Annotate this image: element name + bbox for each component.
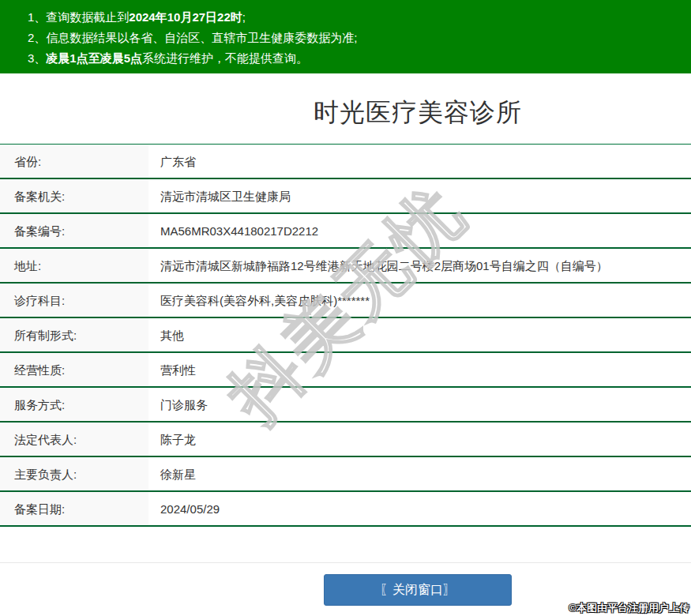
page-container: 1、查询数据截止到2024年10月27日22时; 2、信息数据结果以各省、自治区… (0, 0, 691, 606)
field-value-business-nature: 营利性 (148, 353, 691, 386)
table-row: 备案编号: MA56MR03X44180217D2212 (0, 214, 691, 249)
notice-banner: 1、查询数据截止到2024年10月27日22时; 2、信息数据结果以各省、自治区… (0, 0, 691, 73)
notice-line-1: 1、查询数据截止到2024年10月27日22时; (28, 7, 691, 28)
field-value-legal-representative: 陈子龙 (148, 423, 691, 456)
field-value-principal: 徐新星 (148, 457, 691, 490)
table-row: 服务方式: 门诊服务 (0, 388, 691, 423)
table-row: 经营性质: 营利性 (0, 353, 691, 388)
table-row: 法定代表人: 陈子龙 (0, 423, 691, 457)
field-value-province: 广东省 (148, 145, 691, 178)
footer-divider (0, 562, 691, 563)
field-label-principal: 主要负责人: (0, 457, 148, 490)
field-label-legal-representative: 法定代表人: (0, 423, 148, 456)
field-label-treatment-subjects: 诊疗科目: (0, 284, 148, 317)
corner-copyright-watermark: ©本图由平台注册用户上传 (569, 601, 689, 615)
notice-bold-text: 2024年10月27日22时 (129, 10, 242, 24)
field-value-treatment-subjects: 医疗美容科(美容外科,美容皮肤科)******* (148, 284, 691, 317)
field-label-ownership-form: 所有制形式: (0, 318, 148, 351)
notice-text: 1、查询数据截止到 (28, 10, 129, 24)
field-value-filing-authority: 清远市清城区卫生健康局 (148, 179, 691, 212)
record-table: 省份: 广东省 备案机关: 清远市清城区卫生健康局 备案编号: MA56MR03… (0, 144, 691, 527)
field-value-service-mode: 门诊服务 (148, 388, 691, 421)
notice-line-2: 2、信息数据结果以各省、自治区、直辖市卫生健康委数据为准; (28, 28, 691, 48)
field-label-filing-number: 备案编号: (0, 214, 148, 247)
field-label-filing-authority: 备案机关: (0, 179, 148, 212)
notice-line-3: 3、凌晨1点至凌晨5点系统进行维护，不能提供查询。 (28, 48, 691, 69)
notice-bold-text: 凌晨1点至凌晨5点 (46, 51, 142, 65)
field-label-address: 地址: (0, 249, 148, 282)
field-value-address: 清远市清城区新城静福路12号维港新天地花园二号楼2层商场01号自编之四（自编号） (148, 249, 691, 282)
field-value-ownership-form: 其他 (148, 318, 691, 351)
field-value-filing-date: 2024/05/29 (148, 492, 691, 525)
field-label-service-mode: 服务方式: (0, 388, 148, 421)
table-row: 所有制形式: 其他 (0, 318, 691, 353)
notice-text: 2、信息数据结果以各省、自治区、直辖市卫生健康委数据为准; (28, 31, 358, 44)
field-value-filing-number: MA56MR03X44180217D2212 (148, 214, 691, 247)
page-title: 时光医疗美容诊所 (0, 96, 691, 129)
notice-text: 3、 (28, 51, 46, 65)
field-label-province: 省份: (0, 145, 148, 178)
field-label-business-nature: 经营性质: (0, 353, 148, 386)
table-row: 主要负责人: 徐新星 (0, 457, 691, 492)
close-window-button[interactable]: 〖关闭窗口〗 (324, 574, 512, 606)
table-row: 备案日期: 2024/05/29 (0, 492, 691, 527)
table-row: 地址: 清远市清城区新城静福路12号维港新天地花园二号楼2层商场01号自编之四（… (0, 249, 691, 284)
notice-text: ; (242, 10, 246, 24)
table-row: 省份: 广东省 (0, 145, 691, 179)
notice-text: 系统进行维护，不能提供查询。 (142, 51, 308, 65)
table-row: 备案机关: 清远市清城区卫生健康局 (0, 179, 691, 214)
field-label-filing-date: 备案日期: (0, 492, 148, 525)
table-row: 诊疗科目: 医疗美容科(美容外科,美容皮肤科)******* (0, 284, 691, 318)
